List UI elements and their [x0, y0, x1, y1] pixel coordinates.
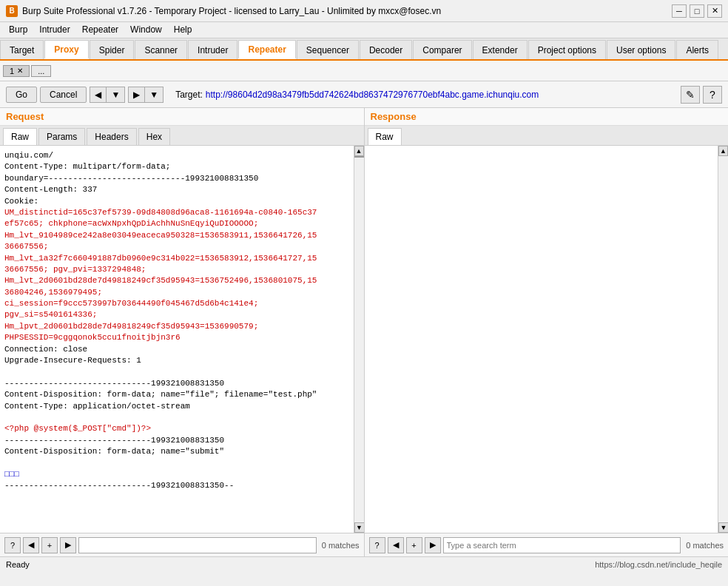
menu-bar: Burp Intruder Repeater Window Help: [0, 22, 728, 38]
help-target-button[interactable]: ?: [703, 86, 722, 104]
main-content: Request Raw Params Headers Hex unqiu.com…: [0, 108, 728, 556]
request-content[interactable]: unqiu.com/ Content-Type: multipart/form-…: [0, 146, 364, 533]
toolbar: Go Cancel ◀ ▼ ▶ ▼ Target: http://98604d2…: [0, 81, 728, 108]
tab-user-options[interactable]: User options: [607, 40, 675, 59]
go-button[interactable]: Go: [6, 87, 37, 103]
request-prev-button[interactable]: ◀: [23, 537, 39, 553]
resp-scroll-down-arrow[interactable]: ▼: [718, 522, 728, 533]
repeater-tab-more[interactable]: ...: [31, 65, 51, 77]
response-next-button[interactable]: ▶: [425, 537, 441, 553]
request-add-button[interactable]: +: [41, 537, 58, 553]
menu-help[interactable]: Help: [168, 24, 198, 36]
tab-spider[interactable]: Spider: [90, 40, 135, 59]
response-content[interactable]: ▲ ▼: [365, 146, 729, 533]
menu-window[interactable]: Window: [124, 24, 168, 36]
scroll-up-arrow[interactable]: ▲: [354, 146, 364, 156]
response-sub-tab-bar: Raw: [365, 126, 729, 146]
tab-extender[interactable]: Extender: [473, 40, 528, 59]
window-controls: ─ □ ✕: [672, 4, 722, 18]
request-tab-hex[interactable]: Hex: [138, 128, 170, 145]
request-text-area[interactable]: unqiu.com/ Content-Type: multipart/form-…: [0, 146, 354, 533]
forward-button[interactable]: ▶: [129, 87, 145, 102]
response-scrollbar[interactable]: ▲ ▼: [718, 146, 728, 533]
menu-burp[interactable]: Burp: [3, 24, 33, 36]
tab-repeater[interactable]: Repeater: [238, 40, 295, 59]
forward-nav-group: ▶ ▼: [128, 87, 164, 103]
menu-intruder[interactable]: Intruder: [33, 24, 75, 36]
close-tab-1-icon[interactable]: ✕: [17, 67, 23, 75]
title-bar: B Burp Suite Professional v1.7.26 - Temp…: [0, 0, 728, 22]
request-scroll-area[interactable]: unqiu.com/ Content-Type: multipart/form-…: [0, 146, 354, 533]
close-button[interactable]: ✕: [707, 4, 722, 18]
request-search-input[interactable]: [78, 537, 317, 553]
target-label: Target:: [175, 90, 203, 100]
tab-alerts[interactable]: Alerts: [676, 40, 718, 59]
response-add-button[interactable]: +: [406, 537, 422, 553]
request-tab-params[interactable]: Params: [38, 128, 85, 145]
target-url: http://98604d2d98a3479fb5dd742624bd86374…: [206, 90, 539, 100]
response-prev-button[interactable]: ◀: [388, 537, 404, 553]
main-tab-bar: Target Proxy Spider Scanner Intruder Rep…: [0, 38, 728, 61]
scroll-thumb[interactable]: [354, 156, 364, 158]
cancel-button[interactable]: Cancel: [40, 87, 87, 103]
edit-target-button[interactable]: ✎: [681, 86, 700, 104]
request-sub-tab-bar: Raw Params Headers Hex: [0, 126, 364, 146]
response-scroll-area[interactable]: [365, 146, 718, 533]
scroll-down-arrow[interactable]: ▼: [354, 522, 364, 533]
menu-repeater[interactable]: Repeater: [76, 24, 124, 36]
resp-scroll-up-arrow[interactable]: ▲: [718, 146, 728, 156]
toolbar-right: ✎ ?: [681, 86, 722, 104]
request-help-button[interactable]: ?: [4, 537, 21, 553]
response-tab-raw[interactable]: Raw: [368, 128, 402, 145]
tab-decoder[interactable]: Decoder: [360, 40, 412, 59]
tab-sequencer[interactable]: Sequencer: [297, 40, 359, 59]
response-matches: 0 matches: [686, 541, 724, 550]
response-bottom-bar: ? ◀ + ▶ 0 matches: [365, 533, 729, 556]
request-bottom-bar: ? ◀ + ▶ 0 matches: [0, 533, 364, 556]
tab-project-options[interactable]: Project options: [528, 40, 606, 59]
request-title: Request: [6, 111, 44, 122]
repeater-tab-1[interactable]: 1 ✕: [3, 65, 30, 77]
request-tab-raw[interactable]: Raw: [3, 128, 37, 145]
app-icon: B: [6, 5, 18, 17]
back-button[interactable]: ◀: [90, 87, 107, 102]
status-url: https://blog.csdn.net/include_heqile: [595, 560, 722, 569]
request-panel: Request Raw Params Headers Hex unqiu.com…: [0, 108, 365, 556]
request-next-button[interactable]: ▶: [60, 537, 76, 553]
tab-comparer[interactable]: Comparer: [413, 40, 471, 59]
maximize-button[interactable]: □: [690, 4, 704, 18]
forward-dropdown-button[interactable]: ▼: [145, 87, 163, 102]
request-scrollbar[interactable]: ▲ ▼: [354, 146, 364, 533]
back-nav-group: ◀ ▼: [90, 87, 125, 103]
repeater-tab-bar: 1 ✕ ...: [0, 61, 728, 81]
response-panel: Response Raw ▲ ▼ ? ◀ + ▶ 0 m: [365, 108, 729, 556]
status-text: Ready: [6, 560, 30, 569]
minimize-button[interactable]: ─: [672, 4, 687, 18]
response-help-button[interactable]: ?: [369, 537, 385, 553]
response-title: Response: [371, 111, 417, 122]
request-matches: 0 matches: [322, 541, 360, 550]
request-tab-headers[interactable]: Headers: [87, 128, 136, 145]
response-text-area: [365, 146, 718, 533]
back-dropdown-button[interactable]: ▼: [107, 87, 124, 102]
tab-scanner[interactable]: Scanner: [135, 40, 187, 59]
status-bar: Ready https://blog.csdn.net/include_heqi…: [0, 556, 728, 571]
tab-target[interactable]: Target: [0, 40, 44, 59]
response-search-input[interactable]: [443, 537, 681, 553]
tab-proxy[interactable]: Proxy: [44, 40, 88, 59]
tab-intruder[interactable]: Intruder: [188, 40, 237, 59]
title-bar-text: Burp Suite Professional v1.7.26 - Tempor…: [22, 6, 441, 16]
